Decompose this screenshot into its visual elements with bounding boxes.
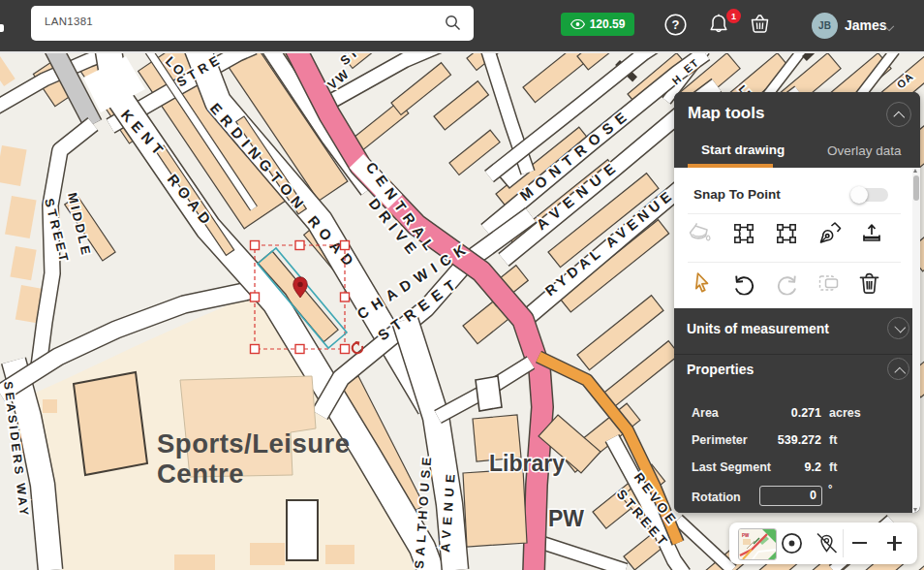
svg-text:PW: PW <box>548 506 584 531</box>
svg-text:PW: PW <box>742 533 750 538</box>
svg-text:?: ? <box>672 17 680 32</box>
svg-text:Sports/Leisure: Sports/Leisure <box>157 428 351 459</box>
svg-text:Library: Library <box>489 451 565 476</box>
svg-text:Centre: Centre <box>157 459 244 489</box>
